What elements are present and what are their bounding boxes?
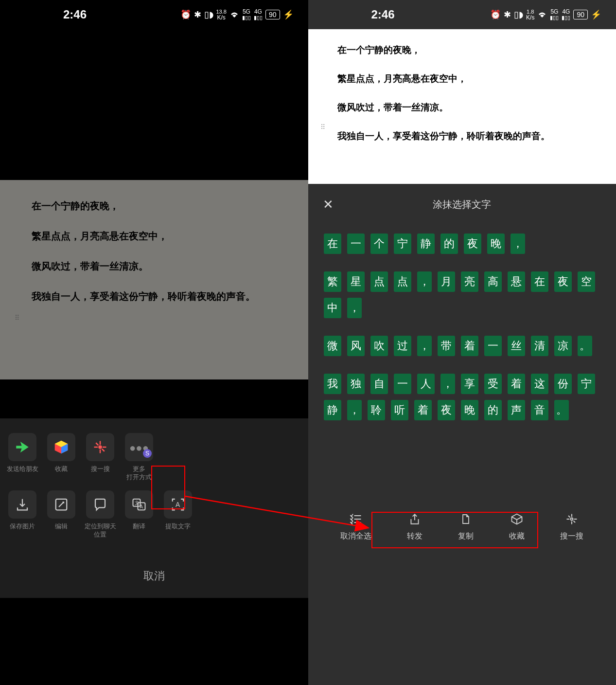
- signal-5g: 5G ▮▯▯: [550, 9, 559, 21]
- drag-handle-icon: ⠿: [320, 123, 324, 131]
- checklist-icon: [349, 512, 363, 526]
- char-token[interactable]: 人: [417, 374, 435, 394]
- char-token[interactable]: 空: [578, 271, 595, 292]
- char-token[interactable]: 份: [554, 374, 572, 394]
- char-token[interactable]: 夜: [438, 400, 455, 420]
- search-button[interactable]: 搜一搜: [560, 512, 583, 541]
- doc-line-2: 繁星点点，月亮高悬在夜空中，: [32, 230, 277, 243]
- char-token[interactable]: 个: [370, 234, 388, 254]
- char-token[interactable]: 听: [391, 400, 408, 420]
- char-token[interactable]: 一: [394, 374, 411, 394]
- char-token[interactable]: 静: [324, 400, 341, 420]
- char-token[interactable]: 夜: [464, 234, 481, 254]
- char-token[interactable]: 晚: [487, 234, 505, 254]
- deselect-all-button[interactable]: 取消全选: [340, 512, 371, 541]
- search-button[interactable]: 搜一搜: [84, 433, 117, 482]
- char-token[interactable]: 宁: [394, 234, 411, 254]
- char-token[interactable]: 受: [484, 374, 502, 394]
- char-token[interactable]: 独: [347, 374, 365, 394]
- alarm-icon: ⏰: [180, 9, 191, 20]
- char-token[interactable]: 宁: [578, 374, 595, 394]
- locate-chat-button[interactable]: 定位到聊天 位置: [84, 490, 117, 539]
- char-token[interactable]: ，: [510, 234, 525, 254]
- cancel-button[interactable]: 取消: [0, 557, 308, 598]
- char-token[interactable]: 我: [324, 374, 341, 394]
- char-token[interactable]: ，: [417, 336, 432, 356]
- battery-indicator: 90: [265, 10, 280, 19]
- char-token[interactable]: 静: [417, 234, 435, 254]
- save-image-button[interactable]: 保存图片: [6, 490, 39, 539]
- char-token[interactable]: 丝: [508, 336, 525, 356]
- translate-button[interactable]: 文A 翻译: [123, 490, 156, 539]
- char-token[interactable]: 点: [370, 271, 388, 292]
- char-row: 在一个宁静的夜晚，: [324, 234, 601, 254]
- char-token[interactable]: 带: [438, 336, 455, 356]
- char-token[interactable]: 着: [508, 374, 525, 394]
- status-time: 2:46: [371, 8, 395, 21]
- char-token[interactable]: ，: [440, 374, 455, 394]
- char-row: 微风吹过，带着一丝清凉。: [324, 336, 601, 356]
- svg-point-13: [571, 518, 573, 521]
- close-icon[interactable]: ✕: [323, 197, 334, 212]
- char-token[interactable]: 过: [394, 336, 411, 356]
- char-token[interactable]: 星: [347, 271, 365, 292]
- char-token[interactable]: 声: [508, 400, 525, 420]
- edit-icon: [47, 490, 75, 519]
- char-token[interactable]: ，: [417, 271, 432, 292]
- char-token[interactable]: 悬: [508, 271, 525, 292]
- char-token[interactable]: 自: [370, 374, 388, 394]
- char-token[interactable]: 聆: [368, 400, 385, 420]
- doc-line-4: 我独自一人，享受着这份宁静，聆听着夜晚的声音。: [337, 130, 587, 143]
- char-token[interactable]: 。: [578, 336, 592, 356]
- document-preview: ⠿ 在一个宁静的夜晚， 繁星点点，月亮高悬在夜空中， 微风吹过，带着一丝清凉。 …: [308, 29, 616, 184]
- char-token[interactable]: 月: [438, 271, 455, 292]
- char-token[interactable]: 晚: [461, 400, 478, 420]
- char-token[interactable]: 风: [347, 336, 365, 356]
- highlight-annotation: [371, 512, 538, 548]
- char-token[interactable]: 亮: [461, 271, 478, 292]
- panel-title: 涂抹选择文字: [433, 198, 491, 211]
- battery-indicator: 90: [573, 10, 588, 19]
- char-token[interactable]: 的: [484, 400, 502, 420]
- svg-point-0: [98, 446, 102, 450]
- translate-icon: 文A: [125, 490, 153, 519]
- document-preview: ⠿ 在一个宁静的夜晚， 繁星点点，月亮高悬在夜空中， 微风吹过，带着一丝清凉。 …: [0, 180, 308, 379]
- left-screenshot: 2:46 ⏰ ✱ ▯◗ 13.8 K/s 5G ▮▯▯ 4G ▮▯▯ 90 ⚡: [0, 0, 308, 685]
- char-token[interactable]: 享: [461, 374, 478, 394]
- char-token[interactable]: 清: [531, 336, 548, 356]
- char-token[interactable]: 凉: [554, 336, 572, 356]
- bluetooth-icon: ✱: [504, 9, 511, 20]
- send-friend-button[interactable]: 发送给朋友: [6, 433, 39, 482]
- char-token[interactable]: 的: [440, 234, 458, 254]
- char-token[interactable]: 微: [324, 336, 341, 356]
- char-token[interactable]: 在: [324, 234, 341, 254]
- char-token[interactable]: 吹: [370, 336, 388, 356]
- more-open-button[interactable]: ●●● S 更多 打开方式: [123, 433, 156, 482]
- more-dots-icon: ●●● S: [125, 433, 153, 461]
- favorite-button[interactable]: 收藏: [45, 433, 78, 482]
- char-token[interactable]: 着: [461, 336, 478, 356]
- char-token[interactable]: ，: [347, 298, 362, 318]
- char-token[interactable]: 这: [531, 374, 548, 394]
- edit-button[interactable]: 编辑: [45, 490, 78, 539]
- char-token[interactable]: ，: [347, 400, 362, 420]
- char-token[interactable]: 中: [324, 298, 341, 318]
- char-token[interactable]: 音: [531, 400, 548, 420]
- right-screenshot: 2:46 ⏰ ✱ ▯◗ 1.8 K/s 5G ▮▯▯ 4G ▮▯▯ 90 ⚡: [308, 0, 616, 685]
- char-token[interactable]: 点: [394, 271, 411, 292]
- svg-text:A: A: [140, 504, 143, 509]
- char-token[interactable]: 。: [554, 400, 569, 420]
- char-token[interactable]: 高: [484, 271, 502, 292]
- char-token[interactable]: 繁: [324, 271, 341, 292]
- char-token[interactable]: 一: [484, 336, 502, 356]
- spark-outline-icon: [565, 512, 579, 526]
- svg-line-19: [574, 521, 576, 523]
- char-token[interactable]: 着: [414, 400, 432, 420]
- char-token[interactable]: 夜: [554, 271, 572, 292]
- char-token[interactable]: 在: [531, 271, 548, 292]
- status-bar: 2:46 ⏰ ✱ ▯◗ 13.8 K/s 5G ▮▯▯ 4G ▮▯▯ 90 ⚡: [0, 0, 308, 29]
- svg-line-6: [102, 449, 105, 451]
- character-grid: 在一个宁静的夜晚， 繁星点点，月亮高悬在夜空中， 微风吹过，带着一丝清凉。 我独…: [308, 224, 616, 442]
- char-token[interactable]: 一: [347, 234, 365, 254]
- share-arrow-icon: [8, 433, 36, 461]
